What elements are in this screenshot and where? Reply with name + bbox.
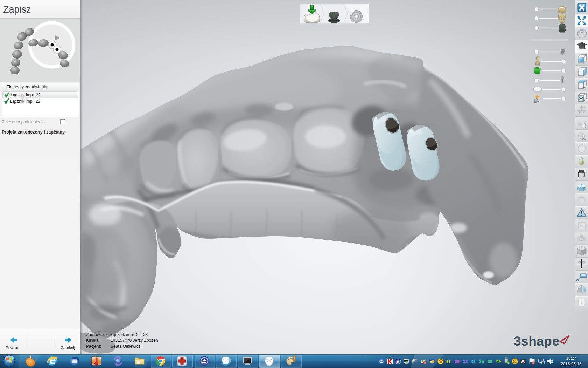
svg-text:43: 43 [471, 359, 476, 364]
svg-text:39: 39 [488, 359, 492, 364]
svg-text:39: 39 [455, 359, 460, 364]
svg-text:35: 35 [479, 359, 484, 364]
svg-text:41: 41 [446, 359, 451, 364]
svg-text:38: 38 [463, 359, 468, 364]
